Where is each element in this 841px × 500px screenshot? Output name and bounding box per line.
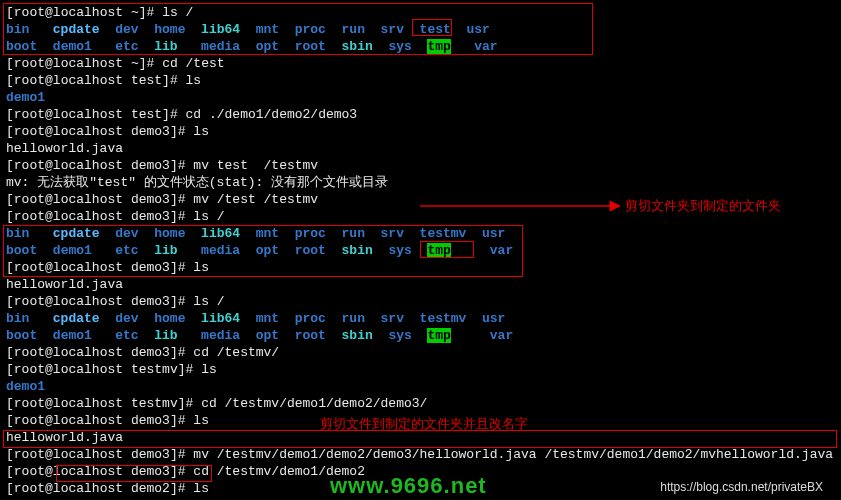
annotation-text: 剪切文件夹到制定的文件夹 xyxy=(625,197,781,214)
terminal-line: [root@localhost testmv]# cd /testmv/demo… xyxy=(6,395,835,412)
ls-row: bin cpdate dev home lib64 mnt proc run s… xyxy=(6,21,835,38)
terminal-line: [root@localhost test]# ls xyxy=(6,72,835,89)
terminal-line: [root@localhost ~]# ls / xyxy=(6,4,835,21)
terminal-line: [root@localhost demo3]# ls / xyxy=(6,293,835,310)
ls-row: boot demo1 etc lib media opt root sbin s… xyxy=(6,242,835,259)
terminal-line: [root@localhost demo3]# ls xyxy=(6,123,835,140)
ls-row: bin cpdate dev home lib64 mnt proc run s… xyxy=(6,225,835,242)
terminal-line: [root@localhost demo3]# ls xyxy=(6,259,835,276)
watermark-text: https://blog.csdn.net/privateBX xyxy=(660,479,823,496)
annotation-text: 剪切文件到制定的文件夹并且改名字 xyxy=(320,415,528,432)
prompt-user: root xyxy=(14,5,45,20)
output: helloworld.java xyxy=(6,140,835,157)
terminal-line: [root@localhost test]# cd ./demo1/demo2/… xyxy=(6,106,835,123)
terminal-line: [root@localhost demo3]# cd /testmv/ xyxy=(6,344,835,361)
terminal-window[interactable]: [root@localhost ~]# ls / bin cpdate dev … xyxy=(0,0,841,500)
watermark-logo: www.9696.net xyxy=(330,477,487,494)
svg-marker-1 xyxy=(610,201,620,211)
output: demo1 xyxy=(6,89,835,106)
prompt-host: localhost xyxy=(53,5,123,20)
arrow-icon xyxy=(420,200,620,212)
ls-row: bin cpdate dev home lib64 mnt proc run s… xyxy=(6,310,835,327)
output: helloworld.java xyxy=(6,276,835,293)
terminal-line: [root@localhost demo3]# mv /testmv/demo1… xyxy=(6,446,835,463)
terminal-line: [root@localhost ~]# cd /test xyxy=(6,55,835,72)
error-output: mv: 无法获取"test" 的文件状态(stat): 没有那个文件或目录 xyxy=(6,174,835,191)
terminal-line: [root@localhost testmv]# ls xyxy=(6,361,835,378)
cmd: ls / xyxy=(162,5,193,20)
ls-row: boot demo1 etc lib media opt root sbin s… xyxy=(6,38,835,55)
ls-row: boot demo1 etc lib media opt root sbin s… xyxy=(6,327,835,344)
output: demo1 xyxy=(6,378,835,395)
terminal-line: [root@localhost demo3]# mv test /testmv xyxy=(6,157,835,174)
